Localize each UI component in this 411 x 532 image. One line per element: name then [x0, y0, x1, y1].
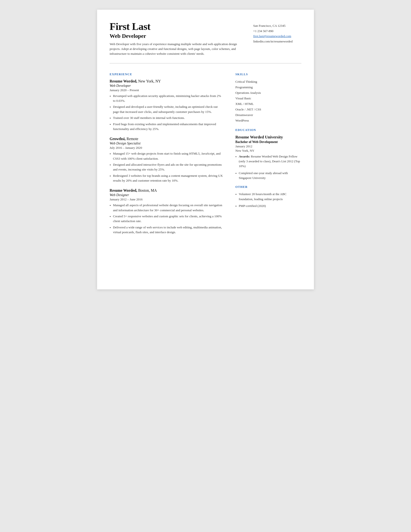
list-item: Trained over 30 staff members in interna…	[110, 115, 223, 120]
resume-page: First Last Web Developer Web Developer w…	[97, 10, 314, 289]
header-divider	[110, 63, 301, 63]
list-item: Managed all aspects of professional webs…	[110, 203, 223, 213]
contact-info: San Francisco, CA 12345 +1 234 567-890 f…	[253, 21, 301, 57]
edu-award-label: Awards:	[239, 155, 250, 158]
contact-phone: +1 234 567-890	[253, 28, 301, 34]
header-section: First Last Web Developer Web Developer w…	[110, 21, 301, 57]
candidate-summary: Web Developer with five years of experie…	[110, 42, 237, 57]
exp-role-1: Web Developer	[110, 84, 223, 88]
edu-date: January 2012	[235, 144, 301, 148]
skill-item: Critical Thinking	[235, 79, 301, 85]
other-section-heading: OTHER	[235, 185, 301, 189]
exp-company-1: Resume Worded, New York, NY	[110, 79, 223, 84]
education-section-heading: EDUCATION	[235, 128, 301, 132]
list-item: Completed one-year study abroad with Sin…	[235, 171, 301, 181]
exp-dates-3: January 2012 – June 2016	[110, 198, 223, 201]
left-column: EXPERIENCE Resume Worded, New York, NY W…	[110, 68, 223, 240]
candidate-title: Web Developer	[110, 33, 237, 39]
exp-company-2: Growthsi, Remote	[110, 137, 223, 141]
exp-dates-2: July 2016 – January 2020	[110, 146, 223, 150]
skill-item: Programming	[235, 85, 301, 90]
list-item: Delivered a wide range of web services t…	[110, 225, 223, 235]
skill-item: Operations Analysis	[235, 90, 301, 96]
skills-section-heading: SKILLS	[235, 73, 301, 76]
other-bullets: Volunteer 20 hours/month at the ABC foun…	[235, 192, 301, 208]
skill-item: Oracle / .NET / CSS	[235, 107, 301, 112]
edu-bullets: Awards: Resume Worded Web Design Fellow …	[235, 154, 301, 181]
skill-item: XML / HTML	[235, 101, 301, 107]
edu-degree: Bachelor of Web Development	[235, 140, 301, 144]
list-item: Fixed bugs from existing websites and im…	[110, 122, 223, 132]
header-left: First Last Web Developer Web Developer w…	[110, 21, 237, 57]
list-item: Volunteer 20 hours/month at the ABC foun…	[235, 192, 301, 202]
right-column: SKILLS Critical Thinking Programming Ope…	[233, 68, 301, 240]
exp-role-2: Web Design Specialist	[110, 141, 223, 145]
exp-company-3: Resume Worded, Boston, MA	[110, 188, 223, 193]
experience-item-3: Resume Worded, Boston, MA Web Designer J…	[110, 188, 223, 235]
skill-item: Visual Basic	[235, 96, 301, 101]
contact-location: San Francisco, CA 12345	[253, 23, 301, 28]
list-item: Awards: Resume Worded Web Design Fellow …	[235, 154, 301, 169]
exp-bullets-3: Managed all aspects of professional webs…	[110, 203, 223, 235]
edu-school: Resume Worded University	[235, 135, 301, 140]
list-item: Revamped web application security applic…	[110, 94, 223, 104]
list-item: Redesigned 3 websites for top brands usi…	[110, 173, 223, 183]
experience-item-2: Growthsi, Remote Web Design Specialist J…	[110, 137, 223, 183]
candidate-name: First Last	[110, 21, 237, 32]
list-item: Managed 15+ web design projects from sta…	[110, 151, 223, 161]
edu-other-text: Completed one-year study abroad with Sin…	[239, 171, 288, 180]
exp-role-3: Web Designer	[110, 193, 223, 197]
exp-bullets-1: Revamped web application security applic…	[110, 94, 223, 132]
contact-email[interactable]: first.last@resumeworded.com	[253, 34, 301, 39]
list-item: Designed and allocated interactive flyer…	[110, 162, 223, 172]
skill-item: WordPress	[235, 118, 301, 124]
edu-location: New York, NY	[235, 149, 301, 153]
experience-section-heading: EXPERIENCE	[110, 73, 223, 76]
skills-list: Critical Thinking Programming Operations…	[235, 79, 301, 124]
email-link[interactable]: first.last@resumeworded.com	[253, 34, 291, 38]
skill-item: Dreamweaver	[235, 112, 301, 118]
list-item: Designed and developed a user-friendly w…	[110, 104, 223, 114]
list-item: PMP-certified (2020)	[235, 204, 301, 208]
contact-linkedin: linkedin.com/in/resumeworded	[253, 39, 301, 44]
exp-bullets-2: Managed 15+ web design projects from sta…	[110, 151, 223, 183]
two-column-layout: EXPERIENCE Resume Worded, New York, NY W…	[110, 68, 301, 240]
list-item: Created 5+ responsive websites and custo…	[110, 214, 223, 224]
exp-dates-1: January 2020 – Present	[110, 88, 223, 92]
experience-item-1: Resume Worded, New York, NY Web Develope…	[110, 79, 223, 132]
